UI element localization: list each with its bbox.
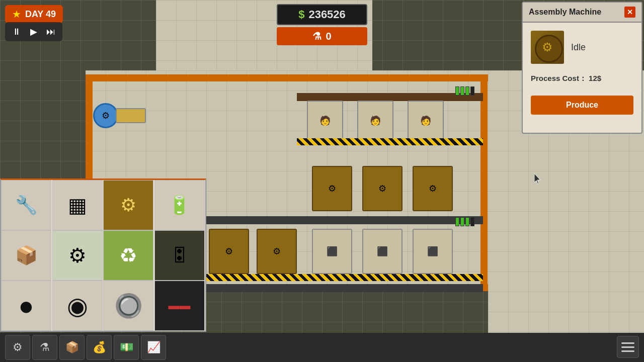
conveyor-bottom (206, 284, 483, 292)
item-cell-1[interactable]: ▦ (52, 180, 103, 230)
menu-line-2 (621, 346, 634, 348)
item-cell-2[interactable]: ⚙ (103, 180, 153, 230)
money-display: $ 236526 (277, 4, 367, 25)
bottom-toolbar: ⚙ ⚗ 📦 💰 💵 📈 (0, 333, 644, 362)
pause-button[interactable]: ⏸ (10, 25, 23, 38)
panel-content: Idle Process Cost： 12$ Produce (523, 23, 641, 123)
item-cell-7[interactable]: 🎛 (154, 230, 205, 281)
items-button[interactable]: 📦 (59, 335, 85, 360)
item-cell-9[interactable]: ◉ (52, 281, 103, 331)
flask-display: ⚗ 0 (277, 27, 367, 45)
item-icon-2: ⚙ (120, 195, 136, 216)
hud-day-panel: ★ DAY 49 (5, 5, 63, 23)
item-cell-5[interactable]: ⚙ (52, 230, 103, 281)
assembly-2[interactable]: ⚙ (362, 166, 403, 211)
star-icon: ★ (12, 8, 21, 20)
item-cell-8[interactable]: ● (1, 281, 51, 331)
conveyor-mid (206, 216, 483, 224)
hud-controls: ⏸ ▶ ⏭ (5, 22, 62, 41)
finance-button[interactable]: 💵 (114, 335, 139, 360)
flask-count: 0 (326, 31, 331, 42)
assembly-5[interactable]: ⚙ (257, 229, 297, 274)
item-grid: 🔧▦⚙🔋📦⚙♻🎛●◉🔘▬▬ (1, 180, 205, 331)
machine-info-row: Idle (531, 31, 633, 64)
item-icon-8: ● (18, 291, 34, 321)
belt-segment (116, 108, 146, 123)
machine-status-label: Idle (571, 42, 586, 53)
item-cell-10[interactable]: 🔘 (103, 281, 153, 331)
panel-title: Assembly Machine (529, 8, 601, 17)
map-machine-worker-3[interactable]: 🧑 (408, 101, 444, 141)
item-icon-3: 🔋 (168, 195, 191, 216)
money-value: 236526 (308, 8, 345, 21)
item-cell-4[interactable]: 📦 (1, 230, 51, 281)
item-icon-11: ▬▬ (169, 299, 191, 312)
process-cost-value: 12$ (589, 74, 601, 82)
process-cost-label: Process Cost： (531, 74, 587, 82)
menu-line-1 (621, 342, 634, 344)
item-cell-3[interactable]: 🔋 (154, 180, 205, 230)
item-cell-11[interactable]: ▬▬ (154, 281, 205, 331)
item-icon-4: 📦 (15, 245, 38, 266)
hazard-strip-2 (206, 274, 483, 281)
settings-button[interactable]: ⚙ (5, 335, 30, 360)
hud-money: $ 236526 ⚗ 0 (277, 4, 367, 45)
battery-indicator-2 (455, 217, 474, 226)
map-machine-work-5[interactable]: ⬛ (362, 229, 403, 274)
menu-button[interactable] (617, 336, 639, 358)
item-icon-10: 🔘 (114, 292, 143, 319)
item-icon-6: ♻ (119, 244, 137, 267)
map-machine-work-4[interactable]: ⬛ (312, 229, 352, 274)
process-cost-row: Process Cost： 12$ (531, 74, 633, 83)
item-cell-6[interactable]: ♻ (103, 230, 153, 281)
battery-indicator-1 (455, 86, 474, 96)
assembly-machine-panel: Assembly Machine ✕ Idle Process Cost： 12… (522, 2, 642, 134)
fast-forward-button[interactable]: ⏭ (44, 25, 57, 38)
map-machine-work-6[interactable]: ⬛ (413, 229, 453, 274)
dollar-icon: $ (298, 8, 304, 21)
research-button[interactable]: ⚗ (32, 335, 57, 360)
produce-button[interactable]: Produce (531, 96, 633, 115)
assembly-1[interactable]: ⚙ (312, 166, 352, 211)
day-label: DAY 49 (25, 9, 56, 20)
map-machine-worker-1[interactable]: 🧑 (307, 101, 343, 141)
item-icon-0: 🔧 (15, 195, 38, 216)
item-icon-9: ◉ (67, 292, 88, 320)
stats-button[interactable]: 📈 (141, 335, 166, 360)
assembly-4[interactable]: ⚙ (209, 229, 249, 274)
map-machine-worker-2[interactable]: 🧑 (357, 101, 393, 141)
menu-line-3 (621, 350, 634, 352)
item-icon-5: ⚙ (68, 244, 87, 267)
play-button[interactable]: ▶ (28, 25, 39, 38)
flask-icon: ⚗ (312, 30, 321, 42)
wall-top (86, 74, 488, 81)
assembly-3[interactable]: ⚙ (413, 166, 453, 211)
hazard-strip (297, 138, 483, 145)
item-cell-0[interactable]: 🔧 (1, 180, 51, 230)
panel-header: Assembly Machine ✕ (523, 3, 641, 23)
item-icon-7: 🎛 (171, 245, 189, 266)
item-panel: 🔧▦⚙🔋📦⚙♻🎛●◉🔘▬▬ (0, 178, 206, 332)
panel-close-button[interactable]: ✕ (624, 7, 635, 18)
wall-right (480, 74, 488, 291)
economy-button[interactable]: 💰 (87, 335, 112, 360)
blue-machine[interactable]: ⚙ (93, 103, 118, 128)
item-icon-1: ▦ (68, 194, 87, 217)
machine-thumbnail (531, 31, 564, 64)
